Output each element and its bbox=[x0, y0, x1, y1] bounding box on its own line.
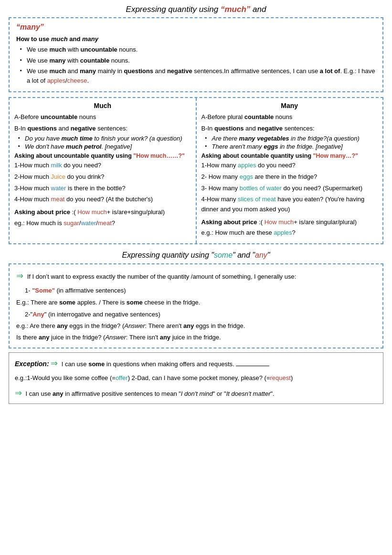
much-many-table: Much A-Before uncountable nouns B-In que… bbox=[9, 97, 383, 244]
much-section-b: B-In questions and negative sentences: bbox=[14, 124, 191, 133]
much-column: Much A-Before uncountable nouns B-In que… bbox=[10, 98, 197, 243]
much-asking-title: Asking about uncountable quantity using … bbox=[14, 152, 191, 159]
exception-title: Exception: bbox=[15, 360, 49, 368]
any-label-line: 2-"Any" (in interrogative and negative s… bbox=[25, 310, 376, 320]
many-ex1: Are there many vegetables in the fridge?… bbox=[205, 135, 378, 142]
some-label-line: 1- "Some" (in affirmative sentences) bbox=[25, 286, 376, 296]
page-wrapper: Expressing quantity using “much” and “ma… bbox=[9, 5, 383, 404]
exception-box: Exception: ⇒ I can use some in questions… bbox=[9, 352, 383, 404]
exception-eg: e.g.:1-Would you like some coffee (=offe… bbox=[15, 373, 377, 383]
many-section-a: A-Before plural countable nouns bbox=[201, 112, 378, 122]
many-header: Many bbox=[201, 102, 378, 109]
much-header: Much bbox=[14, 102, 191, 109]
rule-2: We use many with countable nouns. bbox=[20, 56, 376, 65]
much-q4: 4-How much meat do you need? (At the but… bbox=[14, 195, 191, 205]
much-ex2: We don't have much petrol. [negative] bbox=[18, 143, 191, 150]
much-ex1: Do you have much time to finish your wor… bbox=[18, 135, 191, 142]
much-price-eg: eg.: How much is sugar/water/meat? bbox=[14, 218, 191, 229]
exception-line1: Exception: ⇒ I can use some in questions… bbox=[15, 357, 377, 370]
much-q3: 3-How much water is there in the bottle? bbox=[14, 184, 191, 194]
intro-line: ⇒ If I don’t want to express exactly the… bbox=[16, 269, 376, 283]
many-q1: 1-How many apples do you need? bbox=[201, 161, 378, 171]
title1: Expressing quantity using “much” and bbox=[9, 5, 383, 14]
rule-1: We use much with uncountable nouns. bbox=[20, 45, 376, 54]
many-column: Many A-Before plural countable nouns B-I… bbox=[197, 98, 383, 243]
many-q4: 4-How many slices of meat have you eaten… bbox=[201, 195, 378, 215]
rules-list: We use much with uncountable nouns. We u… bbox=[16, 45, 376, 85]
rule-3: We use much and many mainly in questions… bbox=[20, 66, 376, 85]
many-section-b: B-In questions and negative sentences: bbox=[201, 124, 378, 133]
much-q1: 1-How much milk do you need? bbox=[14, 161, 191, 171]
any-affirmative-line: ⇒ I can use any in affirmative positive … bbox=[15, 386, 377, 400]
much-examples: Do you have much time to finish your wor… bbox=[14, 135, 191, 150]
many-q3: 3- How many bottles of water do you need… bbox=[201, 184, 378, 194]
some-any-box: ⇒ If I don’t want to express exactly the… bbox=[9, 263, 383, 348]
title2: Expressing quantity using "some" and "an… bbox=[9, 251, 383, 260]
how-to-use-label: How to use much and many bbox=[16, 35, 376, 43]
arrow-icon-3: ⇒ bbox=[15, 386, 22, 400]
arrow-icon-2: ⇒ bbox=[51, 357, 58, 370]
many-q2: 2- How many eggs are there in the fridge… bbox=[201, 172, 378, 182]
many-asking-title: Asking about countable quantity using "H… bbox=[201, 152, 378, 159]
any-eg1: e.g.: Are there any eggs in the fridge? … bbox=[16, 321, 376, 331]
main-intro-box: “many” How to use much and many We use m… bbox=[9, 17, 383, 92]
many-examples: Are there many vegetables in the fridge?… bbox=[201, 135, 378, 150]
many-title: “many” bbox=[16, 23, 376, 32]
much-section-a: A-Before uncountable nouns bbox=[14, 112, 191, 122]
much-q2: 2-How much Juice do you drink? bbox=[14, 172, 191, 182]
many-price-eg: e.g.: How much are these apples? bbox=[201, 228, 378, 238]
much-price-section: Asking about price :( How much+ is/are+s… bbox=[14, 207, 191, 217]
arrow-icon: ⇒ bbox=[16, 269, 23, 283]
many-price-section: Asking about price :( How much+ is/are s… bbox=[201, 218, 378, 227]
any-eg2: Is there any juice in the fridge? (Answe… bbox=[16, 333, 376, 343]
some-eg-line: E.g.: There are some apples. / There is … bbox=[16, 298, 376, 308]
many-ex2: There aren't many eggs in the fridge. [n… bbox=[205, 143, 378, 150]
